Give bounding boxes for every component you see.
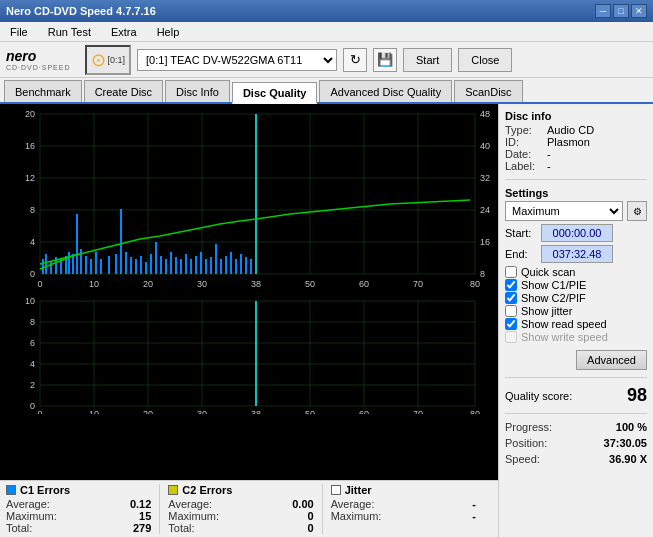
settings-icon-button[interactable]: ⚙	[627, 201, 647, 221]
charts-wrapper: 20 16 12 8 4 0 48 40 32 24 16 8	[0, 104, 498, 480]
show-read-speed-row: Show read speed	[505, 318, 647, 330]
c1-avg-value: 0.12	[111, 498, 151, 510]
position-row: Position: 37:30.05	[505, 437, 647, 449]
svg-rect-51	[215, 244, 217, 274]
c1-max-label: Maximum:	[6, 510, 57, 522]
start-button[interactable]: Start	[403, 48, 452, 72]
menu-help[interactable]: Help	[151, 24, 186, 40]
x-label-80: 80	[470, 279, 480, 289]
start-time-input[interactable]	[541, 224, 613, 242]
quick-scan-label: Quick scan	[521, 266, 575, 278]
save-button[interactable]: 💾	[373, 48, 397, 72]
c2-label: C2 Errors	[182, 484, 232, 496]
quick-scan-checkbox[interactable]	[505, 266, 517, 278]
advanced-button[interactable]: Advanced	[576, 350, 647, 370]
show-jitter-checkbox[interactable]	[505, 305, 517, 317]
svg-rect-49	[205, 259, 207, 274]
c1-total-label: Total:	[6, 522, 32, 534]
y-label-bot-10: 10	[25, 296, 35, 306]
disc-date-row: Date: -	[505, 148, 647, 160]
show-read-speed-checkbox[interactable]	[505, 318, 517, 330]
close-button[interactable]: ✕	[631, 4, 647, 18]
tab-disc-quality[interactable]: Disc Quality	[232, 82, 318, 104]
disc-type-key: Type:	[505, 124, 543, 136]
main-content: 20 16 12 8 4 0 48 40 32 24 16 8	[0, 104, 653, 537]
speed-select[interactable]: Maximum	[505, 201, 623, 221]
quality-score-label: Quality score:	[505, 390, 572, 402]
drive-select[interactable]: [0:1] TEAC DV-W522GMA 6T11	[137, 49, 337, 71]
c2-stat-group: C2 Errors Average: 0.00 Maximum: 0 Total…	[168, 484, 322, 534]
svg-rect-24	[76, 214, 78, 274]
show-write-speed-checkbox[interactable]	[505, 331, 517, 343]
jitter-avg-row: Average: -	[331, 498, 476, 510]
svg-rect-47	[195, 256, 197, 274]
c1-stat-group: C1 Errors Average: 0.12 Maximum: 15 Tota…	[6, 484, 160, 534]
svg-rect-31	[115, 254, 117, 274]
svg-rect-48	[200, 252, 202, 274]
position-value: 37:30.05	[604, 437, 647, 449]
x-label-bot-38: 38	[251, 409, 261, 414]
svg-rect-29	[100, 259, 102, 274]
end-time-input[interactable]	[541, 245, 613, 263]
svg-rect-44	[180, 259, 182, 274]
svg-rect-26	[85, 256, 87, 274]
x-label-70: 70	[413, 279, 423, 289]
x-label-bot-30: 30	[197, 409, 207, 414]
menu-file[interactable]: File	[4, 24, 34, 40]
show-jitter-row: Show jitter	[505, 305, 647, 317]
x-label-bot-70: 70	[413, 409, 423, 414]
tab-scan-disc[interactable]: ScanDisc	[454, 80, 522, 102]
disc-id-row: ID: Plasmon	[505, 136, 647, 148]
y-label-bot-0: 0	[30, 401, 35, 411]
progress-row: Progress: 100 %	[505, 421, 647, 433]
x-label-20: 20	[143, 279, 153, 289]
disc-info-section: Disc info Type: Audio CD ID: Plasmon Dat…	[505, 110, 647, 172]
tab-disc-info[interactable]: Disc Info	[165, 80, 230, 102]
disc-label-val: -	[547, 160, 551, 172]
disc-id-key: ID:	[505, 136, 543, 148]
show-c2-checkbox[interactable]	[505, 292, 517, 304]
divider-2	[505, 377, 647, 378]
divider-3	[505, 413, 647, 414]
title-bar: Nero CD-DVD Speed 4.7.7.16 ─ □ ✕	[0, 0, 653, 22]
c1-avg-label: Average:	[6, 498, 50, 510]
c1-max-value: 15	[111, 510, 151, 522]
close-app-button[interactable]: Close	[458, 48, 512, 72]
svg-rect-37	[145, 262, 147, 274]
tab-benchmark[interactable]: Benchmark	[4, 80, 82, 102]
x-label-bot-20: 20	[143, 409, 153, 414]
y-label-right-40: 40	[480, 141, 490, 151]
nero-logo: nero CD·DVD·SPEED	[6, 48, 71, 71]
x-label-bot-0: 0	[37, 409, 42, 414]
y-label-right-16: 16	[480, 237, 490, 247]
menu-extra[interactable]: Extra	[105, 24, 143, 40]
progress-value: 100 %	[616, 421, 647, 433]
tab-advanced-disc-quality[interactable]: Advanced Disc Quality	[319, 80, 452, 102]
svg-rect-34	[130, 257, 132, 274]
tab-create-disc[interactable]: Create Disc	[84, 80, 163, 102]
minimize-button[interactable]: ─	[595, 4, 611, 18]
x-label-60: 60	[359, 279, 369, 289]
show-c1-checkbox[interactable]	[505, 279, 517, 291]
settings-title: Settings	[505, 187, 647, 199]
chart-container: 20 16 12 8 4 0 48 40 32 24 16 8	[0, 104, 498, 537]
y-label-bot-6: 6	[30, 338, 35, 348]
x-label-50: 50	[305, 279, 315, 289]
y-label-right-24: 24	[480, 205, 490, 215]
divider-1	[505, 179, 647, 180]
menu-run-test[interactable]: Run Test	[42, 24, 97, 40]
speed-value: 36.90 X	[609, 453, 647, 465]
maximize-button[interactable]: □	[613, 4, 629, 18]
x-label-38: 38	[251, 279, 261, 289]
c2-max-row: Maximum: 0	[168, 510, 313, 522]
svg-rect-27	[90, 259, 92, 274]
disc-type-val: Audio CD	[547, 124, 594, 136]
svg-rect-42	[170, 252, 172, 274]
refresh-button[interactable]: ↻	[343, 48, 367, 72]
show-jitter-label: Show jitter	[521, 305, 572, 317]
svg-rect-54	[230, 252, 232, 274]
disc-date-key: Date:	[505, 148, 543, 160]
svg-rect-43	[175, 257, 177, 274]
show-write-speed-row: Show write speed	[505, 331, 647, 343]
x-label-bot-50: 50	[305, 409, 315, 414]
